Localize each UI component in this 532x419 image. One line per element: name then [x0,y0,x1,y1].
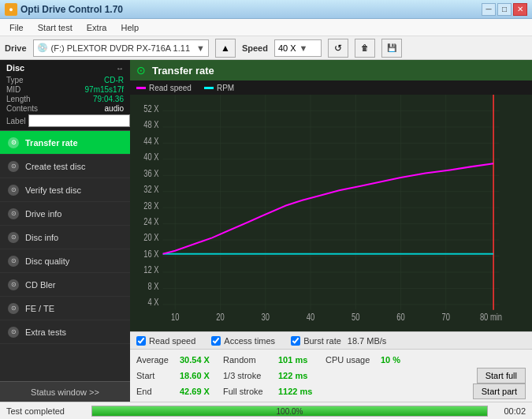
start-label: Start [136,371,180,380]
chart-title: Transfer rate [152,65,214,77]
drive-select[interactable]: 💿 (F:) PLEXTOR DVDR PX-716A 1.11 ▼ [33,39,209,57]
checkbox-read-speed[interactable]: Read speed [136,336,195,346]
progress-bar: 100.0% [91,406,488,417]
sidebar-item-cd-bler[interactable]: ⊙ CD Bler [0,273,130,297]
average-label: Average [136,355,180,365]
checkbox-burst-rate[interactable]: Burst rate 18.7 MB/s [291,336,386,346]
disc-mid-label: MID [6,85,20,94]
create-test-disc-icon: ⊙ [8,161,19,172]
stats-row-2: Start 18.60 X 1/3 stroke 122 ms Start fu… [136,368,526,383]
burst-rate-checkbox[interactable] [291,336,300,346]
access-times-checkbox[interactable] [211,336,221,346]
sidebar-item-create-test-disc[interactable]: ⊙ Create test disc [0,155,130,178]
average-value: 30.54 X [180,355,223,365]
status-window-button[interactable]: Status window >> [0,381,130,402]
disc-info-icon: ⊙ [8,232,19,243]
legend-read-speed: Read speed [136,84,192,92]
read-speed-checkbox[interactable] [136,336,146,346]
disc-label-label: Label [6,117,25,125]
legend-label-read-speed: Read speed [149,84,192,92]
disc-length-label: Length [6,95,31,103]
svg-rect-0 [130,95,532,331]
sidebar-item-extra-tests[interactable]: ⊙ Extra tests [0,320,130,344]
cpu-value: 10 % [381,355,420,365]
svg-text:36 X: 36 X [143,167,159,178]
checkbox-row: Read speed Access times Burst rate 18.7 … [130,331,532,349]
random-label: Random [223,355,278,365]
svg-text:50: 50 [352,312,359,322]
legend-rpm: RPM [204,84,234,92]
svg-text:20: 20 [216,312,224,322]
sidebar-item-label-disc-quality: Disc quality [25,256,69,266]
titlebar: ● Opti Drive Control 1.70 ─ □ ✕ [0,0,532,19]
sidebar-item-label-verify-test-disc: Verify test disc [25,185,81,195]
speed-select[interactable]: 40 X ▼ [274,39,322,57]
disc-label-input[interactable] [28,114,130,127]
svg-text:16 X: 16 X [143,249,159,259]
svg-text:10: 10 [171,312,179,322]
eject-button[interactable]: ▲ [215,39,236,58]
svg-text:40 X: 40 X [143,152,159,162]
disc-contents-row: Contents audio [6,104,124,113]
maximize-button[interactable]: □ [497,3,512,16]
disc-contents-label: Contents [6,104,38,113]
svg-text:70: 70 [442,312,450,322]
chart-icon: ⊙ [136,64,146,77]
disc-panel: Disc ↔ Type CD-R MID 97m15s17f Length 79… [0,60,130,131]
start-part-button[interactable]: Start part [473,383,526,399]
refresh-button[interactable]: ↺ [328,39,348,58]
sidebar-item-label-create-test-disc: Create test disc [25,162,85,171]
disc-contents-value: audio [105,104,124,113]
stroke13-value: 122 ms [278,371,326,380]
content-area: ⊙ Transfer rate Read speed RPM [130,60,532,402]
stats-row-3: End 42.69 X Full stroke 1122 ms Start pa… [136,383,526,399]
sidebar-item-verify-test-disc[interactable]: ⊙ Verify test disc [0,178,130,202]
sidebar-item-fe-te[interactable]: ⊙ FE / TE [0,297,130,320]
chart-svg: 52 X 48 X 44 X 40 X 36 X 32 X 28 X 24 X … [130,95,532,331]
time-display: 00:02 [494,406,526,416]
svg-text:44 X: 44 X [143,135,159,145]
menu-start-test[interactable]: Start test [32,21,79,34]
disc-title: Disc [6,63,24,73]
window-title: Opti Drive Control 1.70 [20,4,123,15]
transfer-rate-icon: ⊙ [8,137,19,148]
save-button[interactable]: 💾 [381,39,402,58]
titlebar-buttons: ─ □ ✕ [482,3,527,16]
sidebar-item-transfer-rate[interactable]: ⊙ Transfer rate [0,131,130,155]
minimize-button[interactable]: ─ [482,3,496,16]
start-full-button[interactable]: Start full [477,368,526,383]
disc-type-value: CD-R [104,76,124,84]
stroke13-label: 1/3 stroke [223,371,278,380]
checkbox-access-times[interactable]: Access times [211,336,275,346]
sidebar-item-disc-quality[interactable]: ⊙ Disc quality [0,249,130,273]
svg-text:40: 40 [307,312,314,322]
end-value: 42.69 X [180,387,223,396]
read-speed-label: Read speed [149,336,195,346]
menu-help[interactable]: Help [114,21,145,34]
sidebar-item-label-disc-info: Disc info [25,233,58,242]
drive-info-icon: ⊙ [8,208,19,219]
svg-text:12 X: 12 X [143,264,159,275]
burst-rate-label: Burst rate [303,336,341,346]
progress-label: 100.0% [92,406,487,417]
close-button[interactable]: ✕ [513,3,527,16]
burst-rate-value: 18.7 MB/s [348,336,387,346]
full-stroke-value: 1122 ms [278,387,326,396]
chart-header: ⊙ Transfer rate [130,60,532,80]
sidebar-item-disc-info[interactable]: ⊙ Disc info [0,226,130,249]
sidebar-item-label-fe-te: FE / TE [25,304,54,313]
svg-text:4 X: 4 X [147,297,159,307]
svg-text:24 X: 24 X [143,216,159,226]
disc-mid-value: 97m15s17f [85,85,124,94]
statusbar: Test completed 100.0% 00:02 [0,402,532,419]
drive-select-text: (F:) PLEXTOR DVDR PX-716A 1.11 [51,43,190,53]
disc-mid-row: MID 97m15s17f [6,85,124,94]
clear-button[interactable]: 🗑 [355,39,375,58]
end-label: End [136,387,180,396]
titlebar-left: ● Opti Drive Control 1.70 [5,3,123,16]
menu-extra[interactable]: Extra [80,21,113,34]
menu-file[interactable]: File [3,21,30,34]
sidebar-item-drive-info[interactable]: ⊙ Drive info [0,202,130,226]
stats-row-1: Average 30.54 X Random 101 ms CPU usage … [136,352,526,368]
svg-text:48 X: 48 X [143,119,159,129]
